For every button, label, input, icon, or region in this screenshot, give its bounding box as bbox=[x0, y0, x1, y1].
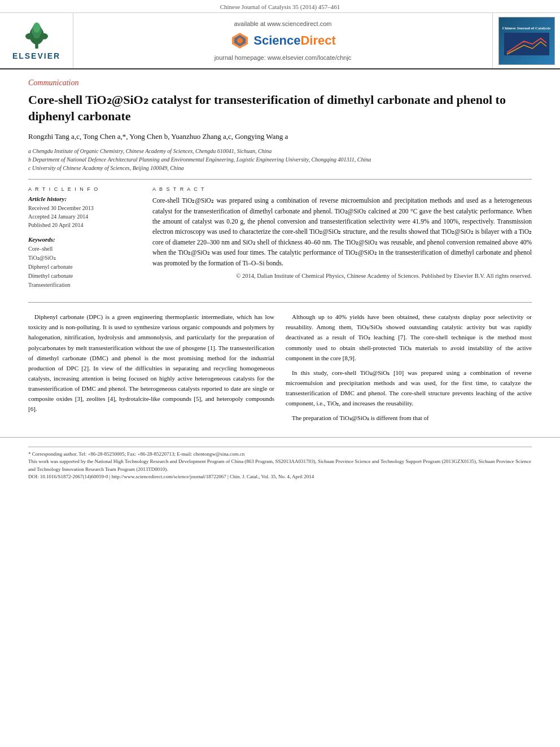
body-text: Diphenyl carbonate (DPC) is a green engi… bbox=[28, 312, 532, 427]
svg-point-5 bbox=[40, 33, 48, 40]
svg-point-8 bbox=[237, 38, 243, 43]
sciencedirect-logo: ScienceDirect bbox=[230, 30, 336, 51]
communication-label: Communication bbox=[28, 78, 532, 88]
doi-line: DOI: 10.1016/S1872-2067(14)60059-0 | htt… bbox=[28, 473, 532, 481]
affiliation-c: c University of Chinese Academy of Scien… bbox=[28, 164, 532, 172]
body-para-2: Although up to 40% yields have been obta… bbox=[286, 312, 532, 363]
banner-row: ELSEVIER available at www.sciencedirect.… bbox=[0, 13, 560, 69]
article-info-label: A R T I C L E I N F O bbox=[28, 186, 141, 192]
cover-title: Chinese Journal of Catalysis bbox=[502, 26, 550, 30]
svg-point-3 bbox=[33, 23, 40, 33]
keyword-2: Diphenyl carbonate bbox=[28, 263, 141, 272]
elsevier-logo-area: ELSEVIER bbox=[0, 13, 73, 68]
published-date: Published 20 April 2014 bbox=[28, 221, 141, 229]
abstract-text: Core-shell TiO₂@SiO₂ was prepared using … bbox=[152, 195, 532, 268]
banner-right: Chinese Journal of Catalysis bbox=[492, 13, 560, 68]
sciencedirect-text: ScienceDirect bbox=[253, 33, 336, 48]
affiliation-a: a Chengdu Institute of Organic Chemistry… bbox=[28, 147, 532, 155]
corresponding-note: * Corresponding author. Tel: +86-28-8525… bbox=[28, 451, 532, 458]
body-para-4: The preparation of TiO₂@SiO₂ is differen… bbox=[286, 413, 532, 423]
journal-header-text: Chinese Journal of Catalysis 35 (2014) 4… bbox=[220, 3, 340, 10]
abstract-col: A B S T R A C T Core-shell TiO₂@SiO₂ was… bbox=[152, 186, 532, 295]
body-col-right: Although up to 40% yields have been obta… bbox=[286, 312, 532, 427]
elsevier-logo: ELSEVIER bbox=[12, 21, 60, 60]
body-para-1: Diphenyl carbonate (DPC) is a green engi… bbox=[28, 312, 274, 414]
keyword-4: Transesterification bbox=[28, 281, 141, 290]
page: Chinese Journal of Catalysis 35 (2014) 4… bbox=[0, 0, 560, 747]
banner-center: available at www.sciencedirect.com Scien… bbox=[73, 13, 492, 68]
page-footer: * Corresponding author. Tel: +86-28-8525… bbox=[0, 437, 560, 486]
affiliations: a Chengdu Institute of Organic Chemistry… bbox=[28, 147, 532, 172]
body-para-3: In this study, core-shell TiO₂@SiO₂ [10]… bbox=[286, 368, 532, 409]
body-col-left: Diphenyl carbonate (DPC) is a green engi… bbox=[28, 312, 274, 427]
history-title: Article history: bbox=[28, 195, 141, 202]
article-history: Article history: Received 30 December 20… bbox=[28, 195, 141, 229]
copyright: © 2014, Dalian Institute of Chemical Phy… bbox=[152, 273, 532, 279]
sciencedirect-url: available at www.sciencedirect.com bbox=[234, 20, 331, 27]
abstract-label: A B S T R A C T bbox=[152, 186, 532, 192]
article-info-abstract: A R T I C L E I N F O Article history: R… bbox=[28, 186, 532, 295]
svg-point-4 bbox=[25, 33, 34, 40]
authors: Rongzhi Tang a,c, Tong Chen a,*, Yong Ch… bbox=[28, 132, 532, 141]
journal-cover: Chinese Journal of Catalysis bbox=[498, 17, 555, 65]
keywords-title: Keywords: bbox=[28, 236, 141, 243]
accepted-date: Accepted 24 January 2014 bbox=[28, 212, 141, 221]
divider-2 bbox=[28, 302, 532, 303]
article-title: Core-shell TiO₂@SiO₂ catalyst for transe… bbox=[28, 92, 532, 124]
sciencedirect-icon bbox=[230, 30, 250, 51]
keyword-1: TiO₂@SiO₂ bbox=[28, 254, 141, 263]
main-content: Communication Core-shell TiO₂@SiO₂ catal… bbox=[0, 69, 560, 437]
elsevier-tree-icon bbox=[20, 21, 54, 49]
keywords-section: Keywords: Core–shell TiO₂@SiO₂ Diphenyl … bbox=[28, 236, 141, 290]
cover-graph-icon bbox=[504, 33, 549, 55]
keyword-0: Core–shell bbox=[28, 244, 141, 254]
keyword-3: Dimethyl carbonate bbox=[28, 272, 141, 281]
journal-header: Chinese Journal of Catalysis 35 (2014) 4… bbox=[0, 0, 560, 13]
acknowledgment: This work was supported by the National … bbox=[28, 458, 532, 473]
received-date: Received 30 December 2013 bbox=[28, 204, 141, 212]
footer-divider bbox=[28, 447, 532, 447]
journal-homepage: journal homepage: www.elsevier.com/locat… bbox=[215, 54, 352, 61]
article-info-col: A R T I C L E I N F O Article history: R… bbox=[28, 186, 141, 295]
affiliation-b: b Department of National Defence Archite… bbox=[28, 155, 532, 164]
divider-1 bbox=[28, 179, 532, 180]
elsevier-text: ELSEVIER bbox=[12, 51, 60, 60]
